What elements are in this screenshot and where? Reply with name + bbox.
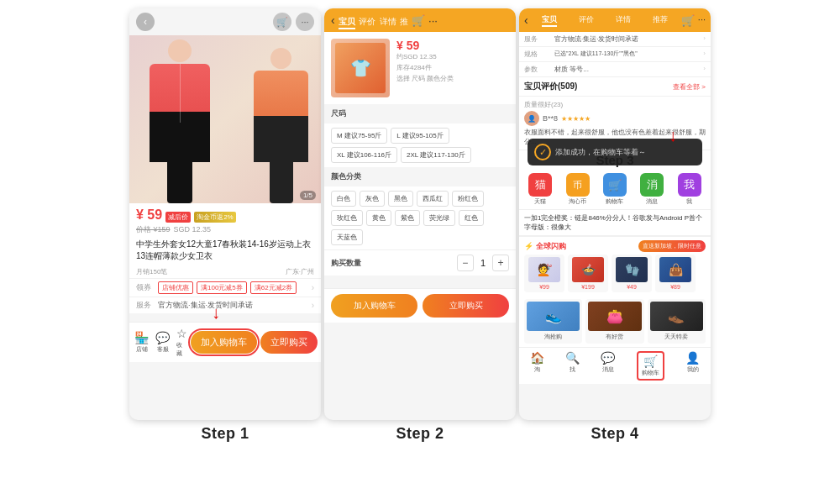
- discount-label: 减后价: [165, 212, 191, 223]
- nav-service[interactable]: 💬 客服: [155, 331, 170, 354]
- panel3-tab-rec[interactable]: 推荐: [653, 14, 668, 27]
- panel2-cart-icon[interactable]: 🛒: [412, 14, 425, 27]
- size-l[interactable]: L 建议95-105斤: [391, 128, 449, 144]
- color-yellow[interactable]: 黄色: [366, 210, 391, 226]
- panel2-header: ‹ 宝贝 评价 详情 推 🛒 ···: [324, 8, 516, 32]
- buy-now-button[interactable]: 立即购买: [260, 331, 318, 354]
- flash-price-2: ¥199: [581, 284, 595, 290]
- flash-price-1: ¥99: [539, 284, 549, 290]
- shop-item-2[interactable]: 👛 有好货: [585, 299, 643, 344]
- nav-store[interactable]: 🏪 店铺: [134, 331, 149, 354]
- coupon-tag2[interactable]: 满100元减5券: [197, 281, 247, 294]
- review-title: 宝贝评价(509): [524, 81, 577, 92]
- app-msg-label: 消息: [646, 197, 658, 206]
- app-tianmao-label: 天猫: [534, 197, 546, 206]
- app-msg[interactable]: 消 消息: [640, 173, 664, 206]
- step2-label: Step 2: [396, 425, 444, 443]
- panel3-spec-row: 规格 已选"2XL 建议117-130斤""黑色" ›: [519, 47, 711, 62]
- panel2-add-to-cart[interactable]: 加入购物车: [331, 294, 417, 318]
- color-black[interactable]: 黑色: [388, 191, 413, 207]
- nav-me[interactable]: 👤 我的: [685, 351, 700, 381]
- tab-detail[interactable]: 详情: [380, 17, 396, 29]
- color-rose[interactable]: 玫红色: [331, 210, 363, 226]
- cart-icon[interactable]: 🛒: [273, 13, 291, 31]
- nav-collect[interactable]: ☆ 收藏: [176, 327, 187, 358]
- panel3-header: ‹ 宝贝 评价 详情 推荐 🛒 ···: [519, 8, 711, 32]
- panel3-service-row: 服务 官方物流·集运·发货时间承诺 ›: [519, 32, 711, 47]
- color-blue[interactable]: 天蓝色: [331, 229, 363, 245]
- add-to-cart-button[interactable]: 加入购物车: [191, 331, 257, 354]
- flash-btn[interactable]: 直送新加坡，限时任意: [638, 240, 706, 252]
- service-arrow: ›: [312, 301, 314, 310]
- shop-label-2: 有好货: [606, 333, 623, 341]
- panel2-back[interactable]: ‹: [331, 13, 335, 27]
- price-original: 价格 ¥159: [136, 224, 171, 235]
- quantity-row: 购买数量 − 1 +: [324, 249, 516, 276]
- flash-item-3[interactable]: 🧤 ¥49: [612, 255, 652, 292]
- coupon-label: 领券: [136, 282, 155, 293]
- nav-msg-icon: 💬: [601, 351, 615, 365]
- color-pink[interactable]: 粉红色: [452, 191, 484, 207]
- panel3-more-icon[interactable]: ···: [698, 14, 706, 27]
- color-section-title: 颜色分类: [324, 167, 516, 186]
- nav-find[interactable]: 🔍 找: [565, 351, 580, 381]
- red-arrow-down: ↓: [212, 303, 220, 323]
- back-button[interactable]: ‹: [136, 13, 155, 31]
- flash-item-4[interactable]: 👜 ¥89: [655, 255, 696, 292]
- qty-increase[interactable]: +: [492, 255, 509, 271]
- app-icons-row: 猫 天猫 币 淘心币 🛒 购物车: [519, 170, 711, 210]
- reviewer-avatar: 👤: [524, 111, 539, 126]
- app-cart2[interactable]: 🛒 购物车: [603, 173, 627, 206]
- bottom-bar: 🏪 店铺 💬 客服 ☆ 收藏 加入购物车 立即购买: [129, 322, 321, 362]
- product-thumbnail: 👕: [331, 39, 390, 97]
- nav-cart-icon: 🛒: [643, 354, 658, 368]
- panel3-tab-detail[interactable]: 详情: [616, 14, 631, 27]
- nav-msg-label: 消息: [602, 365, 614, 374]
- shop-item-1[interactable]: 👟 淘抢购: [524, 299, 582, 344]
- app-tianmao[interactable]: 猫 天猫: [528, 173, 552, 206]
- coupon-tag3[interactable]: 满62元减2券: [250, 281, 297, 294]
- gold-tag: 淘金币返2%: [194, 212, 236, 223]
- flash-sale-section: ⚡ 全球闪购 直送新加坡，限时任意 💇 ¥99 🍲 ¥199: [519, 236, 711, 296]
- panel2: ‹ 宝贝 评价 详情 推 🛒 ··· 👕: [324, 8, 516, 420]
- location: 广东·广州: [286, 267, 314, 276]
- panel3-cart-icon[interactable]: 🛒: [681, 14, 695, 27]
- shop-item-3[interactable]: 👞 天天特卖: [648, 299, 706, 344]
- panel3-back[interactable]: ‹: [524, 13, 528, 27]
- panel3-tab-review[interactable]: 评价: [579, 14, 594, 27]
- tab-rec[interactable]: 推: [400, 17, 408, 29]
- panel3-tab-product[interactable]: 宝贝: [542, 14, 557, 27]
- tab-review[interactable]: 评价: [359, 17, 375, 29]
- color-purple[interactable]: 紫色: [395, 210, 420, 226]
- sales: 月销150笔: [136, 267, 167, 276]
- coupon-tag1[interactable]: 店铺优惠: [158, 281, 193, 294]
- product-image: 1/5: [129, 35, 321, 203]
- size-m[interactable]: M 建议75-95斤: [331, 128, 387, 144]
- color-red[interactable]: 红色: [459, 210, 484, 226]
- service-row: 服务 官方物流·集运·发货时间承诺 ›: [129, 297, 321, 313]
- color-gray[interactable]: 灰色: [360, 191, 385, 207]
- app-me[interactable]: 我 我: [678, 173, 701, 206]
- panel2-buy-now[interactable]: 立即购买: [423, 294, 509, 318]
- review-stars: ★★★★★: [561, 115, 591, 123]
- color-watermelon[interactable]: 西瓜红: [417, 191, 449, 207]
- nav-home[interactable]: 🏠 淘: [530, 351, 544, 381]
- review-all-link[interactable]: 查看全部 >: [673, 82, 706, 92]
- size-2xl[interactable]: 2XL 建议117-130斤: [401, 147, 471, 163]
- panel3-spec-label: 规格: [524, 50, 549, 59]
- more-icon[interactable]: ···: [296, 13, 314, 31]
- price-sgd: SGD 12.35: [174, 225, 212, 234]
- panel2-more-icon[interactable]: ···: [428, 14, 438, 27]
- flash-item-1[interactable]: 💇 ¥99: [524, 255, 564, 292]
- flash-item-2[interactable]: 🍲 ¥199: [568, 255, 608, 292]
- color-neon[interactable]: 荧光绿: [423, 210, 455, 226]
- color-white[interactable]: 白色: [331, 191, 356, 207]
- panel3-service-val: 官方物流·集运·发货时间承诺: [554, 34, 703, 44]
- qty-decrease[interactable]: −: [457, 255, 474, 271]
- nav-cart[interactable]: 🛒 购物车: [637, 351, 664, 381]
- size-xl[interactable]: XL 建议106-116斤: [331, 147, 397, 163]
- tab-product[interactable]: 宝贝: [339, 17, 355, 29]
- flash-title: ⚡ 全球闪购: [524, 241, 566, 252]
- app-taobi[interactable]: 币 淘心币: [566, 173, 590, 206]
- nav-msg2[interactable]: 💬 消息: [601, 351, 615, 381]
